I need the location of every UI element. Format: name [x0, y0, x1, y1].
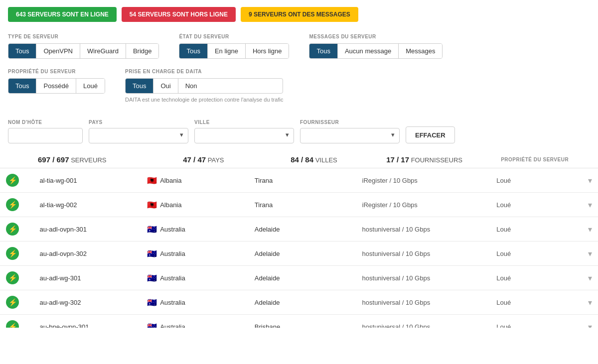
providers-label: FOURNISSEURS	[411, 156, 462, 164]
server-messages-aucun[interactable]: Aucun message	[338, 44, 399, 58]
country-flag: 🇦🇺	[147, 273, 157, 283]
server-messages-tous[interactable]: Tous	[309, 44, 337, 58]
daita-tous[interactable]: Tous	[126, 79, 153, 93]
daita-oui[interactable]: Oui	[153, 79, 178, 93]
expand-arrow-icon[interactable]: ▾	[588, 323, 592, 328]
country-name: Albania	[160, 177, 181, 184]
server-table: ⚡ al-tia-wg-001 🇦🇱 Albania Tirana iRegis…	[0, 168, 598, 328]
online-icon: ⚡	[6, 271, 19, 284]
server-type-openvpn[interactable]: OpenVPN	[36, 44, 80, 58]
provider-name: iRegister / 10 Gbps	[362, 201, 418, 209]
daita-note: DAITA est une technologie de protection …	[125, 97, 283, 103]
ownership-loue[interactable]: Loué	[76, 79, 105, 93]
country-cell: 🇦🇺 Australia	[147, 273, 243, 283]
server-type-wireguard[interactable]: WireGuard	[80, 44, 126, 58]
online-icon: ⚡	[6, 198, 19, 211]
server-name: au-bne-ovpn-301	[39, 323, 89, 328]
hostname-input[interactable]	[8, 128, 83, 143]
clear-button[interactable]: EFFACER	[406, 126, 455, 143]
city-select[interactable]	[194, 128, 294, 143]
ownership-value: Loué	[496, 274, 511, 282]
country-label: PAYS	[89, 120, 188, 125]
expand-arrow-icon[interactable]: ▾	[588, 298, 592, 307]
expand-arrow-icon[interactable]: ▾	[588, 225, 592, 234]
daita-buttons: Tous Oui Non	[125, 78, 283, 94]
daita-non[interactable]: Non	[178, 79, 204, 93]
expand-arrow-icon[interactable]: ▾	[588, 201, 592, 209]
city-name: Brisbane	[255, 323, 280, 328]
server-type-tous[interactable]: Tous	[8, 44, 36, 58]
online-icon: ⚡	[6, 223, 19, 236]
expand-arrow-icon[interactable]: ▾	[588, 249, 592, 258]
online-icon: ⚡	[6, 174, 19, 187]
country-name: Australia	[160, 274, 185, 282]
ownership-possede[interactable]: Possédé	[36, 79, 76, 93]
status-badges: 643 SERVEURS SONT EN LIGNE 54 SERVEURS S…	[0, 0, 598, 29]
ownership-value: Loué	[496, 177, 511, 184]
ownership-tous[interactable]: Tous	[8, 79, 36, 93]
country-flag: 🇦🇱	[147, 176, 157, 185]
ownership-stat-label: PROPRIÉTÉ DU SERVEUR	[479, 155, 590, 164]
ownership-value: Loué	[496, 226, 511, 233]
ownership-value: Loué	[496, 250, 511, 257]
server-name: au-adl-ovpn-302	[39, 250, 87, 257]
server-type-buttons: Tous OpenVPN WireGuard Bridge	[8, 43, 159, 59]
country-flag: 🇦🇺	[147, 322, 157, 328]
country-cell: 🇦🇱 Albania	[147, 200, 243, 210]
providers-stat: 17 / 17 FOURNISSEURS	[369, 155, 480, 164]
server-ownership-buttons: Tous Possédé Loué	[8, 78, 105, 94]
stats-row: 697 / 697 SERVEURS 47 / 47 PAYS 84 / 84 …	[0, 151, 598, 168]
city-name: Tirana	[255, 177, 273, 184]
country-cell: 🇦🇺 Australia	[147, 249, 243, 258]
expand-arrow-icon[interactable]: ▾	[588, 274, 592, 282]
table-row[interactable]: ⚡ au-bne-ovpn-301 🇦🇺 Australia Brisbane …	[0, 315, 598, 328]
country-flag: 🇦🇺	[147, 225, 157, 234]
country-select[interactable]	[89, 128, 188, 143]
table-row[interactable]: ⚡ al-tia-wg-002 🇦🇱 Albania Tirana iRegis…	[0, 193, 598, 217]
city-name: Adelaide	[255, 250, 280, 257]
online-badge[interactable]: 643 SERVEURS SONT EN LIGNE	[8, 7, 117, 22]
country-cell: 🇦🇺 Australia	[147, 322, 243, 328]
online-icon: ⚡	[6, 320, 19, 328]
provider-select[interactable]	[300, 128, 400, 143]
table-row[interactable]: ⚡ au-adl-ovpn-302 🇦🇺 Australia Adelaide …	[0, 242, 598, 266]
server-name: au-adl-wg-301	[39, 274, 81, 282]
table-row[interactable]: ⚡ al-tia-wg-001 🇦🇱 Albania Tirana iRegis…	[0, 168, 598, 193]
server-messages-label: MESSAGES DU SERVEUR	[309, 34, 443, 39]
expand-arrow-icon[interactable]: ▾	[588, 176, 592, 185]
daita-filter: PRISE EN CHARGE DE DAITA Tous Oui Non DA…	[125, 69, 283, 103]
ownership-value: Loué	[496, 201, 511, 209]
server-state-buttons: Tous En ligne Hors ligne	[179, 43, 289, 59]
ownership-value: Loué	[496, 299, 511, 306]
server-state-tous[interactable]: Tous	[179, 44, 207, 58]
table-row[interactable]: ⚡ au-adl-ovpn-301 🇦🇺 Australia Adelaide …	[0, 217, 598, 242]
city-name: Tirana	[255, 201, 273, 209]
server-state-enligne[interactable]: En ligne	[208, 44, 246, 58]
messages-badge[interactable]: 9 SERVEURS ONT DES MESSAGES	[241, 7, 358, 22]
server-messages-messages[interactable]: Messages	[399, 44, 442, 58]
country-flag: 🇦🇱	[147, 200, 157, 210]
table-row[interactable]: ⚡ au-adl-wg-302 🇦🇺 Australia Adelaide ho…	[0, 290, 598, 315]
server-table-wrapper: ⚡ al-tia-wg-001 🇦🇱 Albania Tirana iRegis…	[0, 168, 598, 328]
servers-count: 697 / 697	[38, 155, 69, 164]
city-name: Adelaide	[255, 226, 280, 233]
server-name: al-tia-wg-001	[39, 177, 77, 184]
table-row[interactable]: ⚡ au-adl-wg-301 🇦🇺 Australia Adelaide ho…	[0, 266, 598, 290]
server-name: au-adl-wg-302	[39, 299, 81, 306]
server-name: au-adl-ovpn-301	[39, 226, 87, 233]
ownership-value: Loué	[496, 323, 511, 328]
provider-label: FOURNISSEUR	[300, 120, 400, 125]
country-name: Albania	[160, 201, 181, 209]
offline-badge[interactable]: 54 SERVEURS SONT HORS LIGNE	[122, 7, 236, 22]
server-messages-buttons: Tous Aucun message Messages	[309, 43, 443, 59]
server-state-horsligne[interactable]: Hors ligne	[246, 44, 289, 58]
server-type-bridge[interactable]: Bridge	[126, 44, 159, 58]
countries-stat: 47 / 47 PAYS	[149, 155, 259, 164]
city-name: Adelaide	[255, 274, 280, 282]
city-field: VILLE ▾	[194, 120, 294, 143]
provider-name: hostuniversal / 10 Gbps	[362, 274, 431, 282]
server-ownership-label: PROPRIÉTÉ DU SERVEUR	[8, 69, 105, 74]
server-state-label: ÉTAT DU SERVEUR	[179, 34, 289, 39]
top-bar: 643 SERVEURS SONT EN LIGNE 54 SERVEURS S…	[0, 0, 598, 29]
search-section: NOM D'HÔTE PAYS ▾ VILLE ▾ FOURNISSEUR ▾ …	[0, 116, 598, 151]
